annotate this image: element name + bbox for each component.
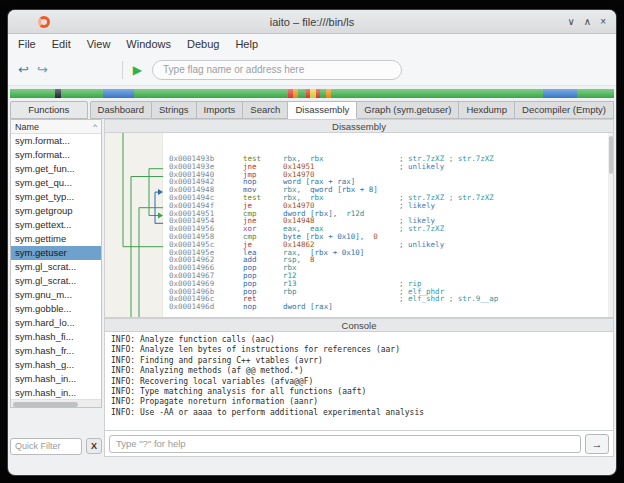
- function-list-item[interactable]: sym.gettext...: [11, 218, 101, 232]
- toolbar-separator: [122, 61, 123, 79]
- tab-graph-sym-getuser[interactable]: Graph (sym.getuser): [357, 101, 459, 119]
- tab-imports[interactable]: Imports: [197, 101, 244, 119]
- functions-horizontal-scrollbar[interactable]: [11, 399, 101, 407]
- window-maximize-button[interactable]: ∧: [584, 10, 591, 34]
- window-controls: ∨ ∧ ×: [568, 10, 607, 34]
- tab-bar: DashboardStringsImportsSearchDisassembly…: [90, 101, 614, 119]
- function-list-item[interactable]: sym.getgroup: [11, 204, 101, 218]
- tab-hexdump[interactable]: Hexdump: [459, 101, 515, 119]
- function-list-item[interactable]: sym.hash_g...: [11, 358, 101, 372]
- disasm-row[interactable]: 0x00014948movrbx,qword [rbx + 8]: [163, 186, 607, 194]
- disasm-row[interactable]: 0x00014954jne0x14948; likely: [163, 217, 607, 225]
- memory-segment: [316, 89, 320, 98]
- seek-back-icon[interactable]: ↩: [18, 62, 29, 77]
- debug-continue-icon[interactable]: ▶: [133, 63, 142, 77]
- main-panel: Disassembly 0x0001493btestrbx,rbx; str.7…: [104, 119, 614, 457]
- tab-disassembly[interactable]: Disassembly: [288, 101, 357, 119]
- disasm-row[interactable]: 0x00014962addrsp,8: [163, 256, 607, 264]
- disasm-row[interactable]: 0x0001493ejne0x14951; unlikely: [163, 163, 607, 171]
- disasm-row[interactable]: 0x00014940jmp0x14970: [163, 171, 607, 179]
- function-list-item[interactable]: sym.hard_lo...: [11, 316, 101, 330]
- tab-decompiler-empty[interactable]: Decompiler (Empty): [515, 101, 614, 119]
- column-header-label: Name: [15, 122, 39, 132]
- function-list-item[interactable]: sym.get_typ...: [11, 190, 101, 204]
- console-log-line: INFO: Finding and parsing C++ vtables (a…: [111, 356, 607, 366]
- console-dock-header[interactable]: Console: [104, 318, 614, 332]
- functions-dock-title[interactable]: Functions: [10, 101, 88, 119]
- disasm-row[interactable]: 0x00014958cmpbyte [rbx + 0x10],0: [163, 233, 607, 241]
- instruction-operand: 0: [373, 232, 378, 241]
- functions-list-box: Name ^ sym.format...sym.format...sym.get…: [10, 119, 102, 408]
- disasm-row[interactable]: 0x0001494fje0x14970; likely: [163, 202, 607, 210]
- menu-item-file[interactable]: File: [18, 38, 36, 50]
- disasm-row[interactable]: 0x00014956xoreax,eax; str.7zXZ: [163, 225, 607, 233]
- function-list-item[interactable]: sym.gl_scrat...: [11, 260, 101, 274]
- function-list-item[interactable]: sym.getuser: [11, 246, 101, 260]
- function-list-item[interactable]: sym.gobble...: [11, 302, 101, 316]
- instruction-operand: rbp: [283, 287, 297, 296]
- disasm-row[interactable]: 0x00014969popr13; rip: [163, 280, 607, 288]
- instruction-mnemonic: nop: [243, 303, 283, 311]
- function-list-item[interactable]: sym.get_fun...: [11, 162, 101, 176]
- disasm-row[interactable]: 0x0001496cret; elf_shdr ; str.9__ap: [163, 295, 607, 303]
- function-list-item[interactable]: sym.hash_in...: [11, 372, 101, 386]
- disassembly-dock-header[interactable]: Disassembly: [104, 119, 614, 133]
- tab-strings[interactable]: Strings: [152, 101, 197, 119]
- menu-item-help[interactable]: Help: [235, 38, 258, 50]
- quick-filter-clear-button[interactable]: X: [86, 438, 102, 454]
- memory-segment: [288, 89, 293, 98]
- jump-arrows-graphic: [105, 133, 163, 318]
- function-list-item[interactable]: sym.gettime: [11, 232, 101, 246]
- tab-search[interactable]: Search: [243, 101, 288, 119]
- console-input[interactable]: [109, 435, 581, 453]
- disasm-row[interactable]: 0x0001493btestrbx,rbx; str.7zXZ ; str.7z…: [163, 155, 607, 163]
- function-list-item[interactable]: sym.hash_fi...: [11, 330, 101, 344]
- function-list-item[interactable]: sym.format...: [11, 148, 101, 162]
- disasm-row[interactable]: 0x00014967popr12: [163, 272, 607, 280]
- disasm-row[interactable]: 0x0001495elearax,[rbx + 0x10]: [163, 249, 607, 257]
- memory-segment: [61, 89, 103, 98]
- function-list-item[interactable]: sym.get_qu...: [11, 176, 101, 190]
- desktop-background: iaito – file:///bin/ls ∨ ∧ × FileEditVie…: [0, 0, 624, 483]
- disasm-row[interactable]: 0x0001496dnopdword [rax]: [163, 303, 607, 311]
- function-list-item[interactable]: sym.hash_in...: [11, 386, 101, 399]
- seek-forward-icon[interactable]: ↪: [37, 62, 48, 77]
- function-list-item[interactable]: sym.format...: [11, 134, 101, 148]
- quick-filter-input[interactable]: [10, 438, 82, 455]
- menu-item-debug[interactable]: Debug: [187, 38, 219, 50]
- disasm-row[interactable]: 0x00014966poprbx: [163, 264, 607, 272]
- window-close-button[interactable]: ×: [600, 10, 606, 34]
- memory-segment: [331, 89, 543, 98]
- console-input-row: →: [104, 431, 614, 457]
- disasm-row[interactable]: 0x0001496bpoprbp; elf_phdr: [163, 288, 607, 296]
- disasm-row[interactable]: 0x00014942nopword [rax + rax]: [163, 178, 607, 186]
- memory-segment: [293, 89, 298, 98]
- disassembly-scrollbar[interactable]: [608, 133, 613, 317]
- functions-column-header[interactable]: Name ^: [11, 120, 101, 134]
- address-search-input[interactable]: [152, 60, 402, 80]
- window-minimize-button[interactable]: ∨: [568, 10, 575, 34]
- tab-dashboard[interactable]: Dashboard: [90, 101, 152, 119]
- disasm-row[interactable]: 0x00014951cmpdword [rbx],r12d: [163, 210, 607, 218]
- jump-arrows-gutter: [105, 133, 163, 317]
- scrollbar-thumb[interactable]: [13, 402, 78, 407]
- function-list-item[interactable]: sym.gl_scrat...: [11, 274, 101, 288]
- function-list-item[interactable]: sym.hash_fr...: [11, 344, 101, 358]
- console-send-button[interactable]: →: [585, 434, 609, 454]
- memory-segment: [55, 89, 61, 98]
- function-list-item[interactable]: sym.gnu_m...: [11, 288, 101, 302]
- window-titlebar[interactable]: iaito – file:///bin/ls ∨ ∧ ×: [8, 10, 616, 34]
- menu-item-view[interactable]: View: [87, 38, 111, 50]
- console-log-line: INFO: Analyzing methods (af @@ method.*): [111, 366, 607, 376]
- disasm-row[interactable]: 0x0001494ctestrbx,rbx; str.7zXZ ; str.7z…: [163, 194, 607, 202]
- scrollbar-thumb[interactable]: [609, 136, 613, 174]
- instruction-comment: ; likely: [399, 202, 435, 210]
- menu-item-windows[interactable]: Windows: [126, 38, 171, 50]
- instruction-operand: [rbx + 0x10]: [310, 248, 364, 257]
- toolbar: ↩ ↪ ▶: [8, 54, 616, 86]
- disassembly-view[interactable]: 0x0001493btestrbx,rbx; str.7zXZ ; str.7z…: [104, 133, 614, 318]
- instruction-operand: dword [rax]: [283, 302, 333, 311]
- disasm-row[interactable]: 0x0001495cje0x14862; unlikely: [163, 241, 607, 249]
- menu-item-edit[interactable]: Edit: [52, 38, 71, 50]
- memory-map-strip[interactable]: [10, 89, 614, 98]
